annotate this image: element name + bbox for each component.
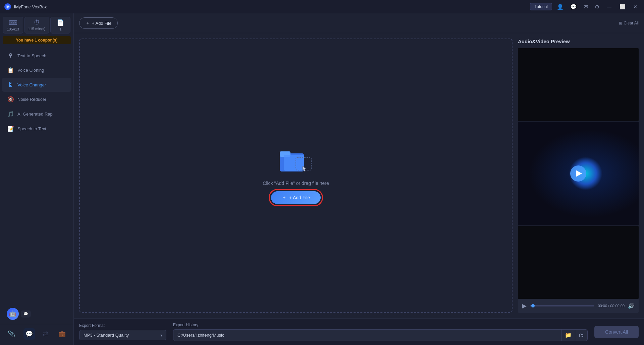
- player-controls: ▶ 00:00 / 00:00:00 🔊: [522, 302, 635, 309]
- bot-icon: 🤖: [7, 308, 19, 320]
- play-triangle-icon: [576, 170, 582, 177]
- minutes-value: 115 min(s): [28, 27, 46, 31]
- add-file-button[interactable]: ＋ + Add File: [79, 17, 118, 29]
- preview-title: Audio&Video Preview: [518, 39, 639, 48]
- export-format-label: Export Format: [79, 323, 166, 328]
- characters-icon: ⌨: [9, 19, 17, 26]
- sidebar-nav: 🎙 Text to Speech 📋 Voice Cloning 🎛 Voice…: [0, 47, 73, 302]
- drop-instruction: Click "Add File" or drag file here: [263, 181, 329, 186]
- progress-bar[interactable]: [530, 305, 594, 306]
- main-layout: ⌨ 105413 ⏱ 115 min(s) 📄 1 You have 1 cou…: [0, 13, 644, 345]
- app-logo: [4, 3, 11, 10]
- history-path-wrap: C:/Users/lizhifeng/Music 📁 🗂: [173, 329, 588, 341]
- ai-rap-icon: 🎵: [7, 111, 14, 117]
- export-history-group: Export History C:/Users/lizhifeng/Music …: [173, 323, 588, 341]
- time-display: 00:00 / 00:00:00: [598, 304, 625, 308]
- folder-browse-icon[interactable]: 🗂: [575, 330, 587, 341]
- toolbar: ＋ + Add File ⊞ Clear All: [74, 13, 644, 33]
- sidebar-bottom: 📎 💬 ⇄ 💼: [0, 324, 73, 345]
- add-file-center-plus-icon: ＋: [282, 195, 286, 201]
- bottom-bar: Export Format MP3 - Standard Quality MP3…: [74, 318, 644, 345]
- shuffle-icon[interactable]: ⇄: [41, 328, 50, 340]
- minimize-button[interactable]: —: [604, 3, 614, 11]
- stat-characters: ⌨ 105413: [3, 17, 23, 33]
- discord-icon[interactable]: 💬: [568, 2, 579, 11]
- folder-icon: [279, 147, 313, 175]
- sidebar-item-label: AI Generated Rap: [17, 112, 53, 117]
- count-value: 1: [59, 27, 61, 31]
- content-area: ＋ + Add File ⊞ Clear All: [74, 13, 644, 345]
- noise-reducer-icon: 🔇: [7, 96, 14, 102]
- close-button[interactable]: ✕: [631, 3, 640, 11]
- drop-zone[interactable]: Click "Add File" or drag file here ＋ + A…: [79, 39, 513, 313]
- add-file-center-button[interactable]: ＋ + Add File: [271, 191, 321, 204]
- settings-icon[interactable]: ⚙: [593, 2, 601, 11]
- user-icon[interactable]: 👤: [555, 2, 566, 11]
- sidebar-item-ai-generated-rap[interactable]: 🎵 AI Generated Rap: [2, 107, 71, 121]
- clear-all-button[interactable]: ⊞ Clear All: [619, 21, 639, 25]
- video-slot-1: [518, 48, 639, 121]
- sidebar-item-voice-changer[interactable]: 🎛 Voice Changer: [2, 78, 71, 92]
- convert-all-button[interactable]: Convert All: [594, 326, 639, 338]
- voice-cloning-icon: 📋: [7, 67, 14, 73]
- toolbar-right: ⊞ Clear All: [619, 21, 639, 25]
- sidebar-item-label: Text to Speech: [17, 53, 46, 58]
- voice-changer-icon: 🎛: [7, 82, 14, 88]
- titlebar: iMyFone VoxBox Tutorial 👤 💬 ✉ ⚙ — ⬜ ✕: [0, 0, 644, 13]
- add-file-center-label: + Add File: [289, 195, 310, 200]
- export-format-select-wrap: MP3 - Standard Quality MP3 - High Qualit…: [79, 330, 166, 340]
- sidebar-item-label: Voice Cloning: [17, 68, 44, 73]
- progress-dot: [531, 304, 535, 307]
- add-file-label: + Add File: [92, 21, 111, 26]
- sidebar-stats: ⌨ 105413 ⏱ 115 min(s) 📄 1: [0, 13, 73, 33]
- briefcase-icon[interactable]: 💼: [56, 328, 68, 340]
- sidebar: ⌨ 105413 ⏱ 115 min(s) 📄 1 You have 1 cou…: [0, 13, 74, 345]
- sidebar-item-label: Speech to Text: [17, 126, 46, 131]
- maximize-button[interactable]: ⬜: [617, 3, 628, 11]
- chat-icon[interactable]: 💬: [23, 328, 35, 340]
- video-slot-3: [518, 226, 639, 299]
- tutorial-button[interactable]: Tutorial: [530, 3, 552, 10]
- svg-rect-5: [284, 155, 304, 171]
- svg-point-2: [7, 6, 9, 8]
- video-slot-2: [518, 122, 639, 225]
- sidebar-item-speech-to-text[interactable]: 📝 Speech to Text: [2, 122, 71, 136]
- player-play-button[interactable]: ▶: [522, 302, 527, 309]
- coupon-bar: You have 1 coupon(s): [3, 36, 71, 44]
- preview-videos: [518, 48, 639, 299]
- sidebar-item-text-to-speech[interactable]: 🎙 Text to Speech: [2, 49, 71, 63]
- folder-svg: [279, 147, 313, 174]
- export-format-group: Export Format MP3 - Standard Quality MP3…: [79, 323, 166, 340]
- speech-to-text-icon: 📝: [7, 126, 14, 132]
- add-file-plus-icon: ＋: [86, 20, 90, 26]
- stat-count: 📄 1: [50, 17, 70, 33]
- preview-panel: Audio&Video Preview: [518, 39, 639, 313]
- text-to-speech-icon: 🎙: [7, 53, 14, 59]
- player-bar: ▶ 00:00 / 00:00:00 🔊: [518, 299, 639, 313]
- grid-icon: ⊞: [619, 21, 622, 25]
- open-folder-icon[interactable]: 📁: [561, 330, 575, 341]
- clear-all-label: Clear All: [624, 21, 639, 25]
- titlebar-right: Tutorial 👤 💬 ✉ ⚙ — ⬜ ✕: [530, 2, 640, 11]
- export-format-select[interactable]: MP3 - Standard Quality MP3 - High Qualit…: [79, 330, 166, 340]
- titlebar-left: iMyFone VoxBox: [4, 3, 47, 10]
- characters-value: 105413: [7, 27, 19, 31]
- app-title: iMyFone VoxBox: [14, 4, 47, 9]
- drop-zone-wrapper: Click "Add File" or drag file here ＋ + A…: [74, 33, 644, 318]
- export-history-label: Export History: [173, 323, 588, 327]
- mail-icon[interactable]: ✉: [582, 2, 590, 11]
- history-path: C:/Users/lizhifeng/Music: [173, 330, 561, 340]
- sidebar-item-noise-reducer[interactable]: 🔇 Noise Reducer: [2, 92, 71, 107]
- bot-avatar: 🤖 💬: [4, 305, 34, 323]
- sidebar-item-voice-cloning[interactable]: 📋 Voice Cloning: [2, 63, 71, 77]
- chat-bubble: 💬: [21, 310, 31, 318]
- sidebar-item-label: Noise Reducer: [17, 97, 46, 102]
- minutes-icon: ⏱: [34, 19, 40, 26]
- stat-minutes: ⏱ 115 min(s): [24, 17, 49, 33]
- play-button[interactable]: [570, 165, 586, 182]
- volume-icon[interactable]: 🔊: [628, 303, 635, 309]
- attach-icon[interactable]: 📎: [6, 328, 17, 340]
- count-icon: 📄: [57, 19, 64, 26]
- sidebar-item-label: Voice Changer: [17, 82, 46, 87]
